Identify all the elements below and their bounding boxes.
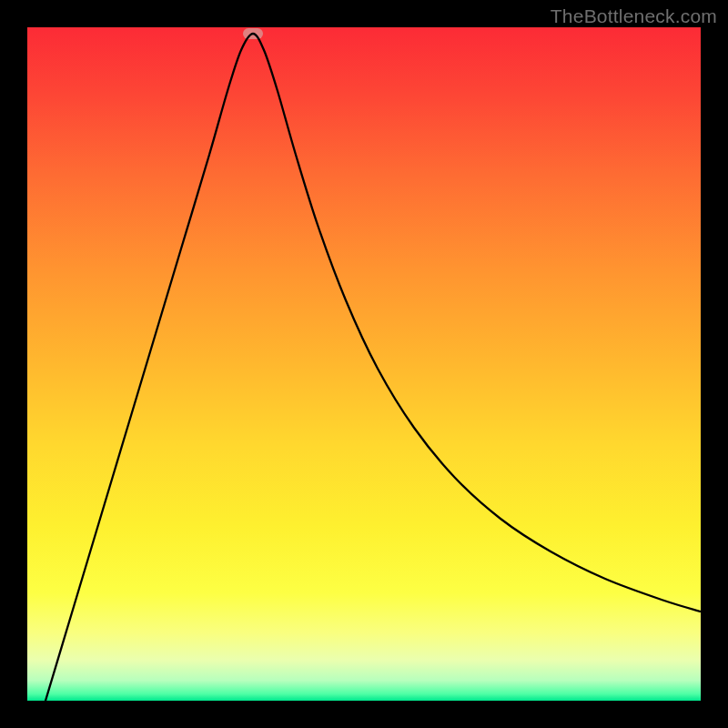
bottleneck-curve [27, 27, 701, 701]
watermark-text: TheBottleneck.com [551, 5, 717, 27]
